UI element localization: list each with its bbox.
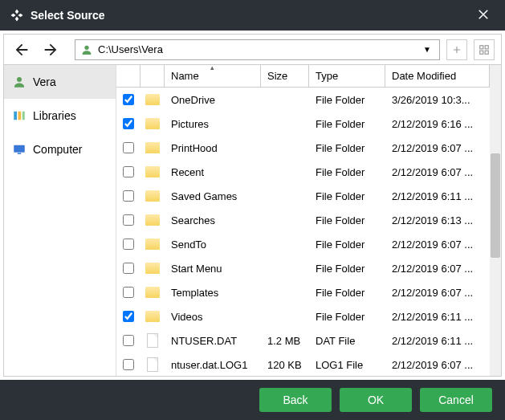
file-icon [147, 357, 158, 372]
back-nav-button[interactable] [10, 39, 33, 61]
cell-date: 2/12/2019 6:11 ... [385, 190, 487, 202]
user-icon [80, 43, 93, 56]
cell-type: File Folder [309, 287, 385, 299]
svg-rect-7 [18, 112, 22, 120]
table-row[interactable]: Saved GamesFile Folder2/12/2019 6:11 ... [116, 184, 490, 208]
cell-name: Saved Games [165, 190, 261, 202]
row-checkbox[interactable] [123, 118, 134, 129]
row-checkbox[interactable] [123, 263, 134, 274]
back-button[interactable]: Back [259, 388, 332, 412]
cell-date: 2/12/2019 6:07 ... [385, 239, 487, 251]
path-input[interactable] [98, 43, 415, 55]
table-row[interactable]: Start MenuFile Folder2/12/2019 6:07 ... [116, 256, 490, 280]
path-dropdown-icon[interactable]: ▼ [420, 45, 434, 54]
folder-icon [145, 263, 160, 274]
cell-name: Videos [165, 311, 261, 323]
svg-rect-1 [480, 45, 483, 48]
window-title: Select Source [31, 9, 471, 22]
sidebar-item-label: Libraries [33, 109, 76, 122]
col-icon [141, 65, 165, 87]
computer-icon [12, 142, 26, 157]
row-checkbox[interactable] [123, 166, 134, 177]
sidebar-item-computer[interactable]: Computer [4, 133, 116, 166]
svg-rect-6 [14, 112, 17, 120]
cell-type: File Folder [309, 311, 385, 323]
folder-icon [145, 118, 160, 129]
view-grid-button[interactable] [474, 39, 495, 60]
file-icon [147, 333, 158, 348]
table-row[interactable]: SendToFile Folder2/12/2019 6:07 ... [116, 232, 490, 256]
vertical-scrollbar[interactable] [490, 65, 501, 376]
table-row[interactable]: SearchesFile Folder2/12/2019 6:13 ... [116, 208, 490, 232]
col-size[interactable]: Size [261, 65, 309, 87]
file-table: Name Size Type Date Modified OneDriveFil… [116, 65, 490, 376]
svg-rect-9 [14, 145, 25, 153]
cell-name: OneDrive [165, 94, 261, 106]
folder-icon [145, 214, 160, 226]
table-row[interactable]: RecentFile Folder2/12/2019 6:07 ... [116, 160, 490, 184]
cell-name: Start Menu [165, 263, 261, 275]
row-checkbox[interactable] [123, 214, 134, 226]
cell-date: 2/12/2019 6:07 ... [385, 166, 487, 178]
cell-date: 2/12/2019 6:07 ... [385, 287, 487, 299]
cell-type: File Folder [309, 239, 385, 251]
table-row[interactable]: PicturesFile Folder2/12/2019 6:16 ... [116, 112, 490, 136]
app-logo-icon [10, 8, 24, 22]
cell-type: File Folder [309, 118, 385, 130]
col-check [116, 65, 141, 87]
table-row[interactable]: ntuser.dat.LOG1120 KBLOG1 File2/12/2019 … [116, 353, 490, 376]
sidebar: VeraLibrariesComputer [4, 65, 116, 376]
col-name[interactable]: Name [165, 65, 261, 87]
folder-icon [145, 311, 160, 322]
row-checkbox[interactable] [123, 287, 134, 298]
row-checkbox[interactable] [123, 359, 134, 370]
cell-name: Pictures [165, 118, 261, 130]
folder-icon [145, 287, 160, 298]
col-type[interactable]: Type [309, 65, 385, 87]
cell-size: 120 KB [261, 359, 309, 371]
row-checkbox[interactable] [123, 94, 134, 105]
svg-rect-3 [480, 51, 483, 54]
row-checkbox[interactable] [123, 335, 134, 346]
cell-type: File Folder [309, 94, 385, 106]
svg-point-0 [84, 45, 88, 49]
table-row[interactable]: TemplatesFile Folder2/12/2019 6:07 ... [116, 280, 490, 304]
cell-date: 2/12/2019 6:13 ... [385, 214, 487, 226]
folder-icon [145, 94, 160, 105]
table-body: OneDriveFile Folder3/26/2019 10:3...Pict… [116, 88, 490, 376]
cell-name: ntuser.dat.LOG1 [165, 359, 261, 371]
table-row[interactable]: VideosFile Folder2/12/2019 6:11 ... [116, 304, 490, 328]
table-row[interactable]: PrintHoodFile Folder2/12/2019 6:07 ... [116, 136, 490, 160]
new-folder-button[interactable] [446, 39, 467, 60]
folder-icon [145, 166, 160, 177]
cell-date: 2/12/2019 6:11 ... [385, 335, 487, 347]
row-checkbox[interactable] [123, 190, 134, 202]
cell-date: 2/12/2019 6:07 ... [385, 359, 487, 371]
cell-type: File Folder [309, 190, 385, 202]
forward-nav-button[interactable] [39, 39, 62, 61]
folder-icon [145, 239, 160, 250]
col-date[interactable]: Date Modified [385, 65, 490, 87]
close-icon[interactable] [471, 6, 495, 26]
cancel-button[interactable]: Cancel [420, 388, 492, 412]
cell-type: File Folder [309, 166, 385, 178]
cell-name: NTUSER.DAT [165, 335, 261, 347]
cell-type: File Folder [309, 263, 385, 275]
sidebar-item-vera[interactable]: Vera [4, 65, 116, 99]
scroll-thumb[interactable] [491, 153, 500, 258]
ok-button[interactable]: OK [340, 388, 412, 412]
svg-rect-2 [485, 45, 488, 48]
sidebar-item-libraries[interactable]: Libraries [4, 99, 116, 133]
path-input-box: ▼ [75, 39, 440, 60]
cell-name: SendTo [165, 239, 261, 251]
cell-date: 3/26/2019 10:3... [385, 94, 487, 106]
folder-icon [145, 142, 160, 153]
row-checkbox[interactable] [123, 239, 134, 250]
cell-date: 2/12/2019 6:11 ... [385, 311, 487, 323]
row-checkbox[interactable] [123, 311, 134, 322]
table-row[interactable]: OneDriveFile Folder3/26/2019 10:3... [116, 88, 490, 112]
cell-type: LOG1 File [309, 359, 385, 371]
table-row[interactable]: NTUSER.DAT1.2 MBDAT File2/12/2019 6:11 .… [116, 328, 490, 353]
body: VeraLibrariesComputer Name Size Type Dat… [4, 65, 501, 376]
row-checkbox[interactable] [123, 142, 134, 153]
